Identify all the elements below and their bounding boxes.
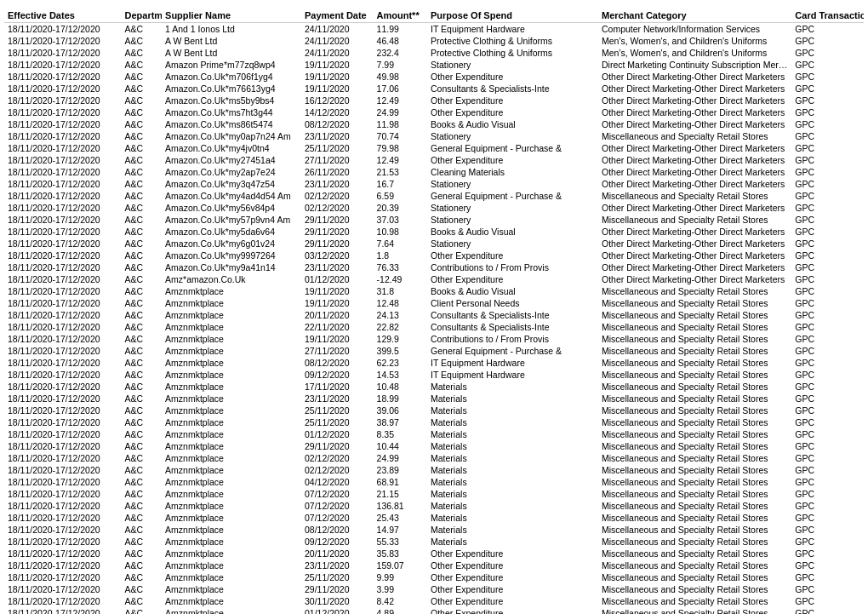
table-cell: Amznmktplace — [162, 345, 301, 357]
table-cell: Amazon.Co.Uk*my9997264 — [162, 250, 301, 261]
table-cell: 16.7 — [374, 178, 427, 190]
table-cell: 1 And 1 Ionos Ltd — [162, 23, 301, 36]
table-row: 18/11/2020-17/12/2020A&CAmznmktplace19/1… — [4, 333, 864, 345]
table-cell: Amznmktplace — [162, 607, 301, 614]
table-cell: 04/12/2020 — [301, 476, 374, 488]
table-cell: GPC — [791, 309, 864, 321]
main-table-container: Effective Dates Department Supplier Name… — [0, 0, 868, 614]
table-cell: GPC — [791, 154, 864, 166]
table-row: 18/11/2020-17/12/2020A&CAmznmktplace17/1… — [4, 381, 864, 393]
table-cell: Amznmktplace — [162, 559, 301, 571]
table-cell: Cleaning Materials — [427, 166, 598, 178]
table-cell: GPC — [791, 47, 864, 59]
table-cell: GPC — [791, 23, 864, 36]
table-cell: A&C — [121, 142, 162, 154]
table-cell: Computer Network/Information Services — [598, 23, 791, 36]
table-cell: 09/12/2020 — [301, 369, 374, 381]
table-cell: Amazon.Co.Uk*my2ap7e24 — [162, 166, 301, 178]
table-cell: Other Expenditure — [427, 583, 598, 595]
table-cell: 18/11/2020-17/12/2020 — [4, 595, 121, 607]
table-cell: IT Equipment Hardware — [427, 23, 598, 36]
table-cell: Miscellaneous and Specialty Retail Store… — [598, 488, 791, 500]
table-cell: 24/11/2020 — [301, 47, 374, 59]
table-header-row: Effective Dates Department Supplier Name… — [4, 9, 864, 23]
table-row: 18/11/2020-17/12/2020A&CAmazon Prime*m77… — [4, 59, 864, 71]
table-cell: A&C — [121, 273, 162, 285]
table-cell: Other Expenditure — [427, 595, 598, 607]
table-cell: 18/11/2020-17/12/2020 — [4, 35, 121, 47]
table-cell: Materials — [427, 416, 598, 428]
table-row: 18/11/2020-17/12/2020A&CAmznmktplace30/1… — [4, 595, 864, 607]
table-cell: Materials — [427, 381, 598, 393]
table-cell: General Equipment - Purchase & — [427, 345, 598, 357]
table-cell: A&C — [121, 428, 162, 440]
table-row: 18/11/2020-17/12/2020A&CAmznmktplace20/1… — [4, 309, 864, 321]
table-row: 18/11/2020-17/12/2020A&CAmazon.Co.Uk*my3… — [4, 178, 864, 190]
table-cell: 18/11/2020-17/12/2020 — [4, 559, 121, 571]
table-cell: 24/11/2020 — [301, 35, 374, 47]
table-cell: Amznmktplace — [162, 524, 301, 536]
table-cell: 29/11/2020 — [301, 238, 374, 250]
table-row: 18/11/2020-17/12/2020A&CAmznmktplace25/1… — [4, 405, 864, 416]
table-cell: 18/11/2020-17/12/2020 — [4, 71, 121, 83]
table-cell: 18/11/2020-17/12/2020 — [4, 154, 121, 166]
table-cell: 38.97 — [374, 416, 427, 428]
table-cell: 6.59 — [374, 190, 427, 202]
table-cell: 23/11/2020 — [301, 559, 374, 571]
table-cell: Books & Audio Visual — [427, 118, 598, 130]
table-cell: Stationery — [427, 178, 598, 190]
table-cell: Stationery — [427, 214, 598, 226]
table-cell: 18/11/2020-17/12/2020 — [4, 333, 121, 345]
table-cell: 25/11/2020 — [301, 416, 374, 428]
table-cell: 18/11/2020-17/12/2020 — [4, 238, 121, 250]
table-row: 18/11/2020-17/12/2020A&CAmazon.Co.Uk*ms7… — [4, 106, 864, 118]
table-cell: 18/11/2020-17/12/2020 — [4, 285, 121, 297]
table-cell: A&C — [121, 130, 162, 142]
table-cell: A&C — [121, 154, 162, 166]
table-cell: A&C — [121, 214, 162, 226]
table-cell: 18/11/2020-17/12/2020 — [4, 440, 121, 452]
table-row: 18/11/2020-17/12/2020A&CAmazon.Co.Uk*my4… — [4, 142, 864, 154]
table-cell: Miscellaneous and Specialty Retail Store… — [598, 500, 791, 512]
table-cell: 18/11/2020-17/12/2020 — [4, 548, 121, 559]
table-cell: 23/11/2020 — [301, 130, 374, 142]
table-cell: 12.48 — [374, 297, 427, 309]
table-cell: 18/11/2020-17/12/2020 — [4, 357, 121, 369]
table-cell: Other Expenditure — [427, 548, 598, 559]
table-cell: 07/12/2020 — [301, 500, 374, 512]
table-cell: A&C — [121, 524, 162, 536]
table-cell: A&C — [121, 238, 162, 250]
table-cell: Miscellaneous and Specialty Retail Store… — [598, 416, 791, 428]
table-cell: 08/12/2020 — [301, 118, 374, 130]
table-row: 18/11/2020-17/12/2020A&CAmznmktplace02/1… — [4, 464, 864, 476]
table-cell: Other Direct Marketing-Other Direct Mark… — [598, 154, 791, 166]
header-effective-dates: Effective Dates — [4, 9, 121, 23]
table-cell: Miscellaneous and Specialty Retail Store… — [598, 369, 791, 381]
table-cell: General Equipment - Purchase & — [427, 142, 598, 154]
table-cell: Other Expenditure — [427, 571, 598, 583]
table-cell: IT Equipment Hardware — [427, 369, 598, 381]
table-cell: GPC — [791, 214, 864, 226]
table-cell: GPC — [791, 452, 864, 464]
table-cell: Miscellaneous and Specialty Retail Store… — [598, 595, 791, 607]
table-row: 18/11/2020-17/12/2020A&CAmznmktplace19/1… — [4, 285, 864, 297]
table-cell: GPC — [791, 393, 864, 405]
table-cell: A&C — [121, 476, 162, 488]
table-cell: A W Bent Ltd — [162, 47, 301, 59]
table-cell: Amz*amazon.Co.Uk — [162, 273, 301, 285]
table-cell: 19/11/2020 — [301, 333, 374, 345]
table-cell: Contributions to / From Provis — [427, 261, 598, 273]
table-cell: GPC — [791, 297, 864, 309]
table-cell: 18/11/2020-17/12/2020 — [4, 142, 121, 154]
table-cell: Materials — [427, 476, 598, 488]
table-row: 18/11/2020-17/12/2020A&CA W Bent Ltd24/1… — [4, 47, 864, 59]
table-cell: 159.07 — [374, 559, 427, 571]
table-cell: Miscellaneous and Specialty Retail Store… — [598, 333, 791, 345]
table-cell: GPC — [791, 250, 864, 261]
table-cell: A&C — [121, 583, 162, 595]
table-row: 18/11/2020-17/12/2020A&CAmznmktplace29/1… — [4, 583, 864, 595]
table-row: 18/11/2020-17/12/2020A&CAmazon.Co.Uk*my5… — [4, 202, 864, 214]
table-cell: Amznmktplace — [162, 440, 301, 452]
table-cell: 18/11/2020-17/12/2020 — [4, 345, 121, 357]
table-cell: Amazon.Co.Uk*m76613yg4 — [162, 83, 301, 95]
